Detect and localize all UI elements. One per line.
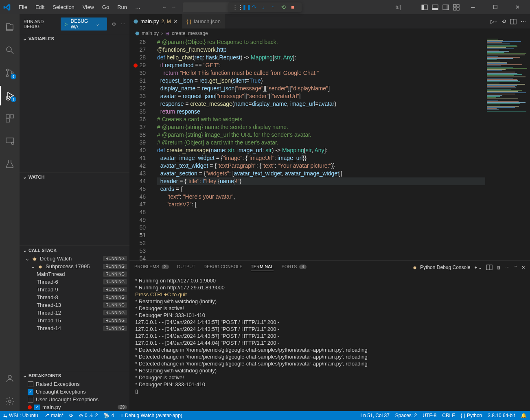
maximize-panel-icon[interactable]: ⌃ xyxy=(514,265,517,270)
nav-back-icon[interactable]: ← xyxy=(162,4,167,10)
status-ports[interactable]: 📡4 xyxy=(103,413,114,418)
menu-selection[interactable]: Selection xyxy=(49,2,77,12)
callstack-process-label: Debug Watch xyxy=(40,256,72,262)
menu-edit[interactable]: Edit xyxy=(32,2,48,12)
svg-point-23 xyxy=(33,258,36,260)
callstack-thread[interactable]: Thread-15RUNNING xyxy=(25,317,129,324)
status-remote[interactable]: ⇆WSL: Ubuntu xyxy=(3,413,38,418)
step-out-icon[interactable]: ↑ xyxy=(272,4,278,11)
toggle-secondary-sidebar-icon[interactable] xyxy=(442,4,449,11)
activity-extensions[interactable] xyxy=(0,109,20,128)
panel-tab-problems[interactable]: Problems2 xyxy=(134,264,169,271)
customize-layout-icon[interactable] xyxy=(453,4,460,11)
activity-search[interactable] xyxy=(0,40,20,60)
callstack-thread[interactable]: Thread-13RUNNING xyxy=(25,301,129,309)
section-watch-header[interactable]: ⌄WATCH xyxy=(20,173,129,182)
callstack-subprocess[interactable]: ⌄ Subprocess 17995 RUNNING xyxy=(25,262,129,270)
panel-tab-terminal[interactable]: Terminal xyxy=(251,264,274,271)
tab-main-py[interactable]: ⬣ main.py 2, M ✕ xyxy=(129,14,182,28)
terminal-profile-select[interactable]: Python Debug Console xyxy=(412,265,470,270)
activity-accounts[interactable] xyxy=(0,369,20,388)
debug-settings-icon[interactable]: ⚙ xyxy=(112,22,116,27)
callstack-thread[interactable]: MainThreadRUNNING xyxy=(25,270,129,278)
toggle-panel-icon[interactable] xyxy=(432,4,438,11)
callstack-thread[interactable]: Thread-8RUNNING xyxy=(25,293,129,301)
section-breakpoints-header[interactable]: ⌄BREAKPOINTS xyxy=(20,371,129,380)
bp-uncaught-exceptions[interactable]: ✓Uncaught Exceptions xyxy=(25,388,129,396)
status-encoding[interactable]: UTF-8 xyxy=(423,413,436,418)
section-callstack-header[interactable]: ⌄CALL STACK xyxy=(20,246,129,255)
activity-run-debug[interactable]: 1 xyxy=(0,86,20,105)
code-editor[interactable]: # @param {Object} res Response to send b… xyxy=(152,38,485,260)
run-file-icon[interactable]: ▷⌄ xyxy=(491,18,497,25)
status-running: RUNNING xyxy=(103,279,127,284)
activity-testing[interactable] xyxy=(0,154,20,174)
bp-file-main[interactable]: ✓main.py29 xyxy=(25,403,129,411)
tab-close-icon[interactable]: ✕ xyxy=(173,18,178,24)
pause-icon[interactable]: ❚❚ xyxy=(242,4,249,11)
bp-raised-exceptions[interactable]: Raised Exceptions xyxy=(25,380,129,388)
callstack-thread[interactable]: Thread-6RUNNING xyxy=(25,278,129,286)
editor-gutter[interactable]: 2627282930313233343536373839404142434445… xyxy=(129,38,152,260)
breakpoint-dot-icon[interactable] xyxy=(134,63,138,68)
section-variables-header[interactable]: ⌄VARIABLES xyxy=(20,34,129,43)
status-sync[interactable]: ⟳ xyxy=(69,413,73,418)
status-interpreter[interactable]: 3.8.10 64-bit xyxy=(488,413,515,418)
status-problems[interactable]: ⊘0⚠2 xyxy=(79,413,98,418)
step-over-icon[interactable]: ↷ xyxy=(252,4,258,11)
new-terminal-icon[interactable]: + ⌄ xyxy=(475,265,482,270)
activity-remote-explorer[interactable] xyxy=(0,131,20,151)
menu-overflow[interactable]: … xyxy=(132,2,144,12)
panel-tab-ports[interactable]: Ports4 xyxy=(282,264,307,271)
checkbox-checked-icon[interactable]: ✓ xyxy=(34,405,40,410)
minimize-button[interactable]: ─ xyxy=(464,0,482,14)
debug-config-select[interactable]: ▷ Debug Wa ⌄ xyxy=(61,18,107,31)
split-terminal-icon[interactable] xyxy=(486,264,493,271)
restart-icon[interactable]: ⟲ xyxy=(281,4,288,11)
activity-source-control[interactable]: 6 xyxy=(0,63,20,83)
toggle-primary-sidebar-icon[interactable] xyxy=(421,4,428,11)
menu-run[interactable]: Run xyxy=(114,2,130,12)
close-panel-icon[interactable]: ✕ xyxy=(521,265,525,270)
checkbox-unchecked-icon[interactable] xyxy=(28,397,33,402)
checkbox-checked-icon[interactable]: ✓ xyxy=(28,389,33,395)
bp-user-uncaught-exceptions[interactable]: User Uncaught Exceptions xyxy=(25,396,129,403)
panel-more-icon[interactable]: ⋯ xyxy=(505,265,510,270)
menu-go[interactable]: Go xyxy=(99,2,112,12)
checkbox-unchecked-icon[interactable] xyxy=(28,381,33,387)
panel-tab-debug-console[interactable]: Debug Console xyxy=(204,264,243,271)
callstack-thread[interactable]: Thread-14RUNNING xyxy=(25,324,129,332)
activity-explorer[interactable] xyxy=(0,18,20,37)
status-notifications[interactable]: 🔔 xyxy=(521,413,527,418)
breadcrumb[interactable]: ⬣ main.py › ⊟ create_message xyxy=(129,28,530,38)
activity-settings[interactable] xyxy=(0,392,20,411)
terminal-output[interactable]: * Running on http://127.0.0.1:9000 * Run… xyxy=(129,274,530,411)
nav-forward-icon[interactable]: → xyxy=(171,4,176,10)
close-window-button[interactable]: ✕ xyxy=(508,0,527,14)
menu-file[interactable]: File xyxy=(15,2,31,12)
debug-more-icon[interactable]: ⋯ xyxy=(121,22,125,27)
status-language[interactable]: { }Python xyxy=(461,413,482,418)
step-into-icon[interactable]: ↓ xyxy=(262,4,268,11)
status-debug-target[interactable]: ▷⃝Debug Watch (avatar-app) xyxy=(120,413,182,418)
kill-terminal-icon[interactable]: 🗑 xyxy=(497,265,501,270)
status-cursor-position[interactable]: Ln 51, Col 37 xyxy=(360,413,389,418)
status-branch[interactable]: ⎇main* xyxy=(44,413,64,418)
maximize-button[interactable]: ☐ xyxy=(486,0,504,14)
editor-more-icon[interactable]: ⋯ xyxy=(521,18,526,25)
callstack-process[interactable]: ⌄ Debug Watch RUNNING xyxy=(25,255,129,262)
callstack-thread[interactable]: Thread-9RUNNING xyxy=(25,286,129,293)
status-eol[interactable]: CRLF xyxy=(442,413,455,418)
debug-launch-icon[interactable]: ⟲ xyxy=(502,18,506,25)
svg-point-13 xyxy=(7,75,9,77)
split-editor-icon[interactable] xyxy=(510,18,517,25)
grip-icon[interactable]: ⋮⋮ xyxy=(232,4,239,11)
panel-tab-output[interactable]: Output xyxy=(177,264,195,271)
stop-icon[interactable]: ■ xyxy=(291,4,298,11)
tab-launch-json[interactable]: { } launch.json xyxy=(182,14,225,28)
start-debug-icon[interactable]: ▷ xyxy=(64,21,68,27)
minimap[interactable] xyxy=(485,38,530,260)
callstack-thread[interactable]: Thread-12RUNNING xyxy=(25,309,129,317)
menu-view[interactable]: View xyxy=(79,2,97,12)
status-indentation[interactable]: Spaces: 2 xyxy=(395,413,417,418)
